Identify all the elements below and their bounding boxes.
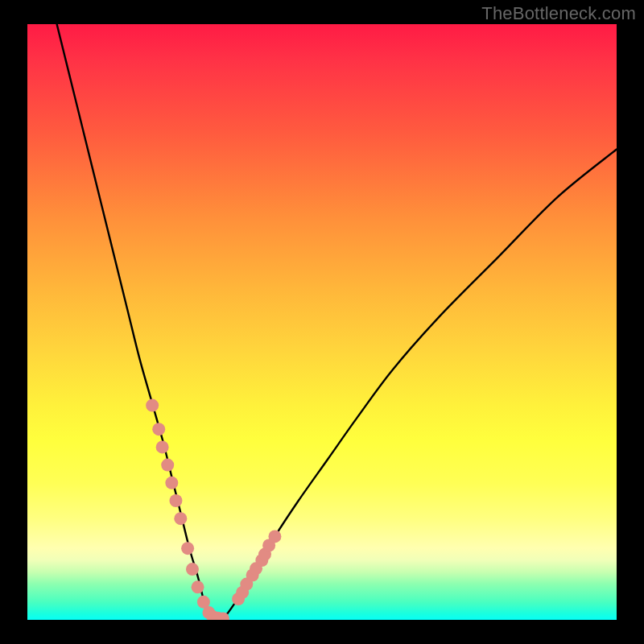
plot-gradient-area [27, 24, 617, 620]
watermark-text: TheBottleneck.com [481, 3, 636, 24]
chart-frame: TheBottleneck.com [0, 0, 644, 644]
